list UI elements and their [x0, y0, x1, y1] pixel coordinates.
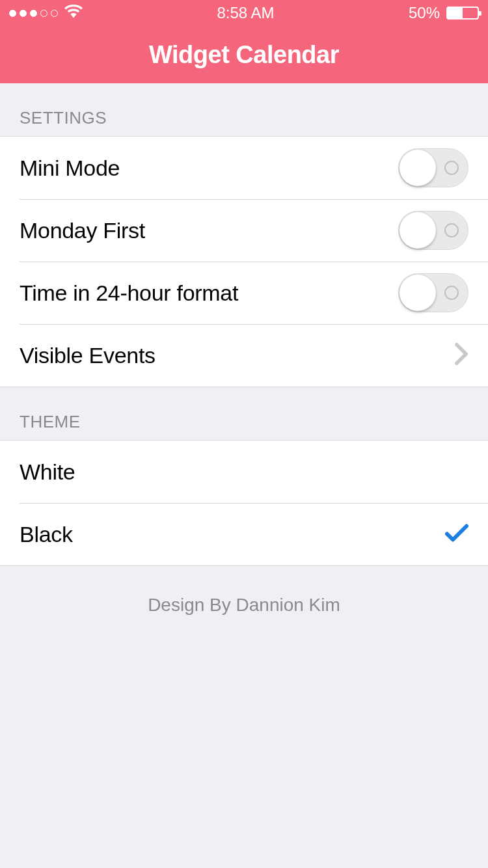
time-24h-label: Time in 24-hour format — [20, 280, 238, 306]
status-left — [9, 4, 83, 22]
status-right: 50% — [409, 4, 479, 22]
visible-events-label: Visible Events — [20, 343, 156, 368]
footer-credit: Design By Dannion Kim — [0, 566, 488, 644]
checkmark-icon — [445, 523, 468, 545]
nav-bar: Widget Calendar — [0, 26, 488, 83]
monday-first-label: Monday First — [20, 218, 145, 243]
wifi-icon — [64, 4, 83, 22]
visible-events-row[interactable]: Visible Events — [0, 324, 488, 387]
page-title: Widget Calendar — [149, 41, 339, 69]
section-header-theme: THEME — [0, 387, 488, 440]
theme-white-label: White — [20, 459, 75, 485]
chevron-right-icon — [454, 342, 468, 368]
mini-mode-row: Mini Mode — [0, 137, 488, 199]
theme-group: White Black — [0, 440, 488, 566]
theme-black-label: Black — [20, 522, 73, 547]
battery-icon — [446, 7, 479, 20]
time-24h-toggle[interactable] — [398, 273, 468, 312]
monday-first-toggle[interactable] — [398, 211, 468, 250]
battery-percent: 50% — [409, 4, 440, 22]
settings-group: Mini Mode Monday First Time in 24-hour f… — [0, 136, 488, 387]
theme-white-row[interactable]: White — [0, 441, 488, 503]
status-time: 8:58 AM — [217, 4, 274, 22]
time-24h-row: Time in 24-hour format — [0, 262, 488, 324]
mini-mode-label: Mini Mode — [20, 156, 120, 181]
mini-mode-toggle[interactable] — [398, 148, 468, 187]
theme-black-row[interactable]: Black — [0, 503, 488, 565]
monday-first-row: Monday First — [0, 199, 488, 262]
status-bar: 8:58 AM 50% — [0, 0, 488, 26]
section-header-settings: SETTINGS — [0, 83, 488, 136]
signal-strength-icon — [9, 10, 58, 17]
